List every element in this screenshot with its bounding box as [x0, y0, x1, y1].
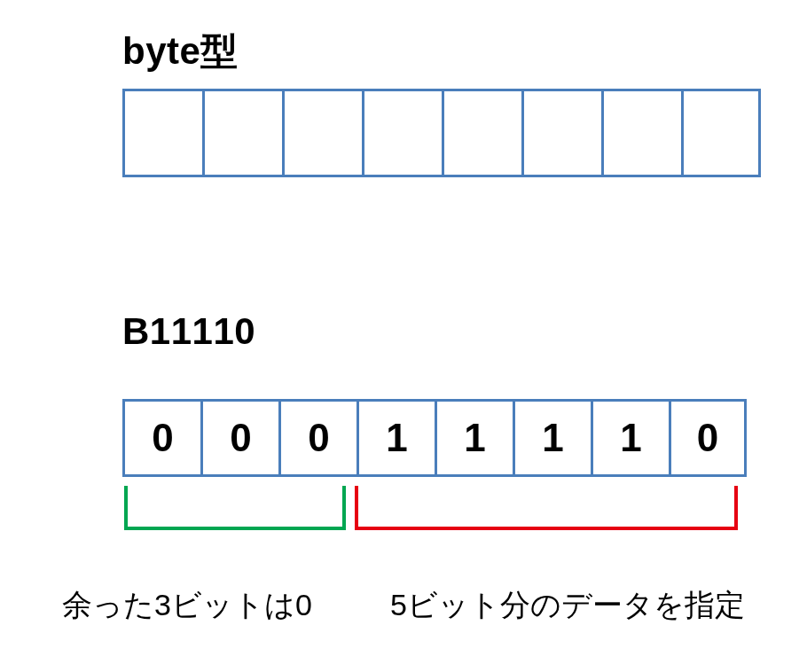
- caption-right-group: 5ビット分のデータを指定: [390, 585, 745, 626]
- bit-cell: [282, 89, 362, 177]
- bit-cell: 1: [356, 399, 435, 477]
- bracket-left-group: [124, 486, 346, 530]
- diagram-canvas: byte型 B11110 0 0 0 1 1 1 1 0 余った3ビットは0 5…: [0, 0, 807, 672]
- bit-cell: [442, 89, 521, 177]
- bit-cell: [202, 89, 282, 177]
- bit-cell: [122, 89, 202, 177]
- bit-cell: 0: [278, 399, 356, 477]
- bit-cell: [362, 89, 442, 177]
- heading-byte-type: byte型: [122, 27, 239, 76]
- bit-row-empty: [122, 89, 761, 177]
- caption-left-group: 余った3ビットは0: [62, 585, 312, 626]
- bit-cell: 1: [435, 399, 513, 477]
- bit-cell: [521, 89, 601, 177]
- bit-row-value: 0 0 0 1 1 1 1 0: [122, 399, 747, 477]
- bit-cell: 0: [200, 399, 278, 477]
- bit-cell: 1: [591, 399, 669, 477]
- bit-cell: [601, 89, 681, 177]
- bit-cell: 0: [669, 399, 747, 477]
- bracket-right-group: [355, 486, 738, 530]
- bit-cell: 1: [513, 399, 591, 477]
- bit-cell: 0: [122, 399, 200, 477]
- bit-cell: [681, 89, 761, 177]
- heading-binary-literal: B11110: [122, 310, 255, 353]
